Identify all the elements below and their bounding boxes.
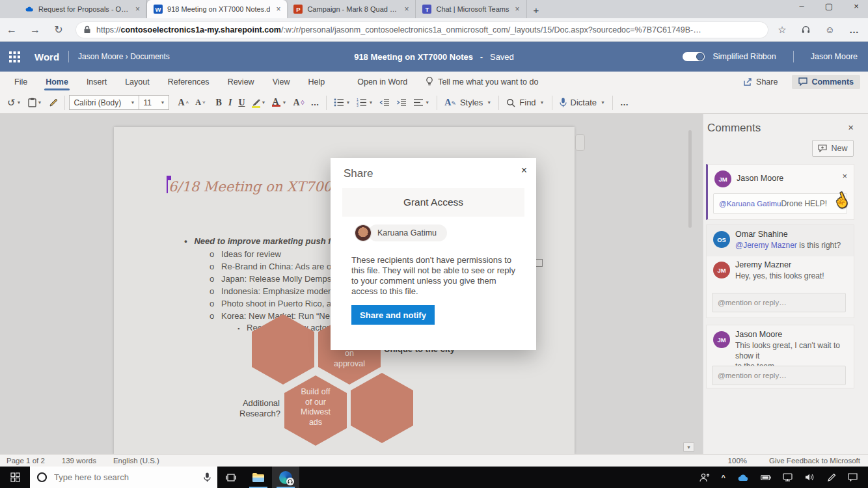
- simplified-ribbon-toggle[interactable]: [683, 52, 705, 61]
- page-indicator[interactable]: Page 1 of 2: [7, 457, 45, 465]
- decrease-indent-button[interactable]: [376, 94, 393, 111]
- ribbon-tab-review[interactable]: Review: [219, 72, 264, 92]
- account-name[interactable]: Jason Moore: [811, 52, 858, 61]
- tell-me-box[interactable]: Tell me what you want to do: [416, 72, 547, 92]
- people-icon[interactable]: [699, 473, 710, 482]
- volume-icon[interactable]: [805, 473, 815, 481]
- italic-button[interactable]: I: [225, 94, 235, 111]
- alignment-button[interactable]: ▼: [410, 94, 433, 111]
- paste-button[interactable]: ▼: [25, 94, 46, 111]
- hidden-icons-chevron[interactable]: ^: [722, 474, 726, 481]
- tab-close-icon[interactable]: ×: [275, 5, 282, 14]
- ribbon-tab-references[interactable]: References: [159, 72, 219, 92]
- search-mic-icon[interactable]: [204, 472, 211, 482]
- network-icon[interactable]: [783, 473, 793, 481]
- mention-link[interactable]: @Jeremy Mazner: [735, 241, 797, 250]
- edge-browser-button[interactable]: [272, 467, 299, 488]
- document-title[interactable]: 918 Meeting on XT7000 Notes: [354, 52, 473, 62]
- taskbar-search-box[interactable]: [30, 467, 217, 488]
- word-count[interactable]: 139 words: [62, 457, 96, 465]
- start-button[interactable]: [0, 467, 30, 488]
- styles-button[interactable]: A✎ Styles ▼: [441, 94, 495, 111]
- font-size-select[interactable]: 11▼: [139, 95, 169, 110]
- tab-request-for-proposals[interactable]: Request for Proposals - OneDriv ×: [18, 0, 147, 18]
- dictate-button[interactable]: Dictate ▼: [556, 94, 608, 111]
- tab-close-icon[interactable]: ×: [403, 5, 410, 14]
- underline-button[interactable]: U: [235, 94, 248, 111]
- bold-button[interactable]: B: [213, 94, 225, 111]
- vertical-scrollbar-thumb[interactable]: [688, 130, 692, 228]
- task-view-button[interactable]: [217, 467, 245, 488]
- reply-input[interactable]: @mention or reply…: [712, 293, 846, 312]
- tab-campaign-ppt[interactable]: P Campaign - Mark 8 Quad Copter ×: [287, 0, 416, 18]
- mention-link[interactable]: @Karuana Gatimu: [719, 200, 781, 208]
- toolbar-overflow-button[interactable]: …: [617, 94, 632, 111]
- action-center-icon[interactable]: [848, 473, 858, 481]
- window-maximize-button[interactable]: ▢: [822, 1, 835, 11]
- comment-thread-2[interactable]: OS Omar Shahine @Jeremy Mazner is this r…: [706, 224, 854, 318]
- numbering-button[interactable]: 123 ▼: [353, 94, 376, 111]
- comment-anchor-marker[interactable]: [575, 134, 585, 151]
- format-painter-button[interactable]: [45, 94, 61, 111]
- address-bar[interactable]: https://contosoelectronics1a-my.sharepoi…: [75, 21, 768, 38]
- ribbon-tab-help[interactable]: Help: [299, 72, 334, 92]
- new-comment-button[interactable]: New: [812, 140, 854, 157]
- pen-icon[interactable]: [827, 473, 836, 482]
- scroll-down-button[interactable]: ▼: [683, 442, 694, 452]
- share-and-notify-button[interactable]: Share and notify: [351, 305, 435, 325]
- app-launcher-waffle-icon[interactable]: [9, 51, 20, 62]
- reply-input[interactable]: @mention or reply…: [712, 366, 846, 385]
- language-indicator[interactable]: English (U.S.): [113, 457, 159, 465]
- ribbon-tab-file[interactable]: File: [5, 72, 36, 92]
- share-button[interactable]: Share: [738, 75, 783, 89]
- comment-close-icon[interactable]: ×: [842, 171, 847, 181]
- tab-word-doc[interactable]: W 918 Meeting on XT7000 Notes.d ×: [147, 0, 287, 18]
- font-name-select[interactable]: Calibri (Body)▼: [69, 95, 139, 110]
- taskbar-search-input[interactable]: [54, 472, 197, 482]
- hexagon-shape-empty-2[interactable]: [351, 373, 413, 443]
- feedback-smiley-icon[interactable]: ☺: [825, 24, 835, 35]
- grow-font-button[interactable]: A˄: [174, 94, 192, 111]
- clear-formatting-button[interactable]: A◊: [290, 94, 307, 111]
- highlight-button[interactable]: ▼: [249, 94, 269, 111]
- bullets-button[interactable]: ▼: [331, 94, 353, 111]
- breadcrumb[interactable]: Jason Moore › Documents: [78, 52, 170, 61]
- comments-button[interactable]: Comments: [792, 75, 860, 89]
- back-button[interactable]: ←: [0, 24, 23, 36]
- comment-thread-3[interactable]: JM Jason Moore This looks great, I can't…: [706, 325, 854, 388]
- chevron-down-icon: ▼: [540, 100, 545, 105]
- open-in-word-button[interactable]: Open in Word: [348, 72, 416, 92]
- undo-button[interactable]: ↺▼: [4, 94, 25, 111]
- dialog-close-icon[interactable]: ×: [521, 165, 527, 176]
- comments-panel-close-icon[interactable]: ×: [848, 122, 854, 133]
- zoom-level[interactable]: 100%: [728, 457, 747, 465]
- tab-close-icon[interactable]: ×: [134, 5, 141, 14]
- comment-draft-input[interactable]: @Karuana Gatimu Drone HELP!: [713, 193, 847, 214]
- window-minimize-button[interactable]: –: [795, 1, 808, 11]
- refresh-button[interactable]: ↻: [47, 23, 70, 36]
- font-color-button[interactable]: A ▼: [269, 94, 290, 111]
- browser-menu-icon[interactable]: …: [849, 24, 859, 35]
- ribbon-tab-view[interactable]: View: [264, 72, 299, 92]
- find-button[interactable]: Find ▼: [503, 94, 547, 111]
- tab-teams-chat[interactable]: T Chat | Microsoft Teams ×: [416, 0, 526, 18]
- new-tab-button[interactable]: +: [527, 5, 546, 18]
- ribbon-tab-insert[interactable]: Insert: [77, 72, 116, 92]
- more-font-options-button[interactable]: …: [307, 94, 322, 111]
- comment-thread-1[interactable]: JM Jason Moore × @Karuana Gatimu Drone H…: [706, 164, 854, 220]
- favorite-star-icon[interactable]: ☆: [778, 24, 786, 36]
- hexagon-shape-build[interactable]: Build off of our Midwest ads: [284, 375, 347, 446]
- recipient-chip[interactable]: Karuana Gatimu: [355, 224, 447, 241]
- increase-indent-button[interactable]: [393, 94, 410, 111]
- ribbon-tab-layout[interactable]: Layout: [116, 72, 159, 92]
- battery-icon[interactable]: [761, 474, 771, 481]
- tab-close-icon[interactable]: ×: [514, 5, 521, 14]
- file-explorer-button[interactable]: [245, 467, 272, 488]
- onedrive-tray-icon[interactable]: [737, 474, 749, 481]
- forward-button[interactable]: →: [23, 24, 47, 36]
- feedback-link[interactable]: Give Feedback to Microsoft: [769, 457, 860, 465]
- headset-icon[interactable]: [801, 25, 811, 34]
- shrink-font-button[interactable]: A˅: [192, 94, 208, 111]
- window-close-button[interactable]: ×: [850, 1, 863, 11]
- ribbon-tab-home[interactable]: Home: [36, 72, 77, 92]
